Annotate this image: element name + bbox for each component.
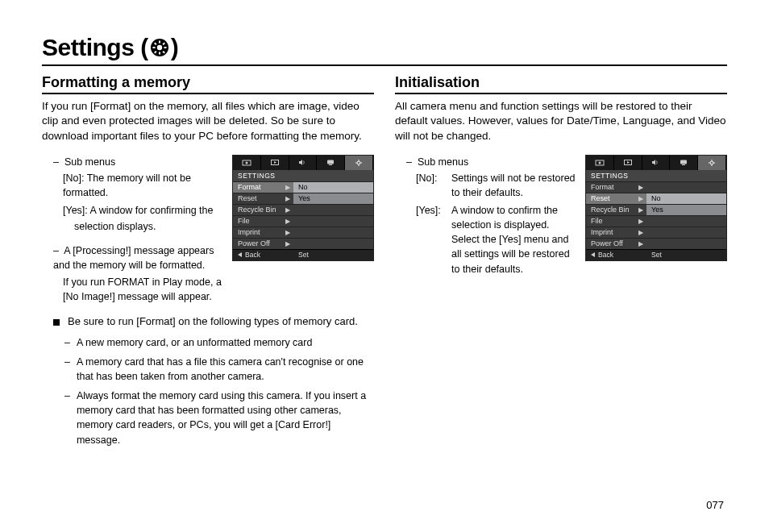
lcd-tabs xyxy=(233,156,373,170)
lcd-tabs-2 xyxy=(586,156,726,170)
back-arrow-icon xyxy=(591,252,595,257)
lcd-row-recycle-2: Recycle Bin▶Yes xyxy=(586,204,726,215)
yes-text: A window to confirm the selection is dis… xyxy=(451,203,579,276)
dash-item-1: A new memory card, or an unformatted mem… xyxy=(77,335,312,350)
section-heading-format: Formatting a memory xyxy=(42,74,374,94)
svg-point-29 xyxy=(710,161,713,164)
intro-init: All camera menu and function settings wi… xyxy=(395,99,727,143)
lcd-row-file: File▶ xyxy=(233,215,373,227)
page-number: 077 xyxy=(706,499,724,511)
svg-point-17 xyxy=(357,161,360,164)
lcd-tab-settings-icon xyxy=(345,156,373,170)
lcd-row-reset: Reset▶Yes xyxy=(233,193,373,204)
lcd-row-file-2: File▶ xyxy=(586,215,726,227)
dash-item-3: Always format the memory card using this… xyxy=(77,389,374,447)
submenu-block-right: – Sub menus [No]:Settings will not be re… xyxy=(395,155,727,276)
lcd-title-2: SETTINGS xyxy=(586,170,726,181)
right-column: Initialisation All camera menu and funct… xyxy=(395,74,727,452)
svg-rect-4 xyxy=(152,47,155,48)
page-title-row: Settings () xyxy=(42,34,727,66)
lcd-tab-settings-icon xyxy=(698,156,726,170)
dash-item-2: A memory card that has a file this camer… xyxy=(77,355,374,384)
dash-list: –A new memory card, or an unformatted me… xyxy=(64,335,374,447)
section-heading-init: Initialisation xyxy=(395,74,727,94)
submenu-no: [No]: The memory will not be formatted. xyxy=(63,172,191,198)
lcd-footer: BackSet xyxy=(233,249,373,260)
square-bullet-icon xyxy=(53,319,60,326)
gear-icon xyxy=(150,35,169,63)
no-label: [No]: xyxy=(416,171,451,200)
svg-marker-26 xyxy=(652,160,655,165)
lcd-tab-sound-icon xyxy=(289,156,318,170)
content-columns: Formatting a memory If you run [Format] … xyxy=(42,74,727,452)
intro-format: If you run [Format] on the memory, all f… xyxy=(42,99,374,143)
lcd-row-recycle: Recycle Bin▶ xyxy=(233,204,373,215)
lcd-tab-sound-icon xyxy=(642,156,671,170)
svg-marker-13 xyxy=(274,161,276,164)
svg-point-11 xyxy=(245,162,247,164)
title-text-suffix: ) xyxy=(171,34,179,60)
submenu-block-left: – Sub menus [No]: The memory will not be… xyxy=(42,155,374,305)
svg-rect-28 xyxy=(682,164,685,165)
svg-rect-2 xyxy=(159,41,160,44)
svg-marker-25 xyxy=(627,161,630,164)
back-arrow-icon xyxy=(238,252,242,257)
lcd-tab-play-icon xyxy=(261,156,289,170)
yes-label: [Yes]: xyxy=(416,203,451,276)
submenu-label: Sub menus xyxy=(64,156,115,168)
lcd-row-poweroff: Power Off▶ xyxy=(233,238,373,249)
lcd-tab-camera-icon xyxy=(586,156,614,170)
lcd-tab-camera-icon xyxy=(233,156,261,170)
lcd-tab-display-icon xyxy=(317,156,345,170)
svg-point-1 xyxy=(156,45,161,50)
svg-rect-15 xyxy=(327,160,334,164)
lcd-tab-display-icon xyxy=(670,156,698,170)
manual-page: Settings () Formatting a memory If you r… xyxy=(0,0,769,532)
lcd-row-format-2: Format▶ xyxy=(586,181,726,193)
bullet-lead-text: Be sure to run [Format] on the following… xyxy=(68,315,358,327)
lcd-row-imprint: Imprint▶ xyxy=(233,227,373,238)
submenu-label-r: Sub menus xyxy=(418,156,468,168)
svg-rect-16 xyxy=(329,164,332,165)
processing-note: A [Processing!] message appears and the … xyxy=(53,245,214,271)
lcd-tab-play-icon xyxy=(614,156,642,170)
lcd-row-reset-2: Reset▶No xyxy=(586,193,726,204)
camera-lcd-init: SETTINGS Format▶ Reset▶No Recycle Bin▶Ye… xyxy=(585,155,727,261)
lcd-row-poweroff-2: Power Off▶ xyxy=(586,238,726,249)
submenu-text-left: – Sub menus [No]: The memory will not be… xyxy=(42,155,226,305)
svg-rect-27 xyxy=(680,160,687,164)
submenu-text-right: – Sub menus [No]:Settings will not be re… xyxy=(395,155,579,276)
svg-marker-14 xyxy=(299,160,302,165)
svg-rect-5 xyxy=(164,47,166,48)
no-text: Settings will not be restored to their d… xyxy=(451,171,579,200)
bullet-lead-row: Be sure to run [Format] on the following… xyxy=(53,315,374,327)
left-column: Formatting a memory If you run [Format] … xyxy=(42,74,374,452)
noimage-note: If you run FORMAT in Play mode, a [No Im… xyxy=(63,276,222,302)
lcd-title: SETTINGS xyxy=(233,170,373,181)
title-text-prefix: Settings ( xyxy=(42,34,148,60)
lcd-row-imprint-2: Imprint▶ xyxy=(586,227,726,238)
svg-point-23 xyxy=(598,162,601,164)
lcd-row-format: Format▶No xyxy=(233,181,373,193)
page-title: Settings () xyxy=(42,34,178,63)
svg-rect-3 xyxy=(159,52,160,55)
camera-lcd-format: SETTINGS Format▶No Reset▶Yes Recycle Bin… xyxy=(232,155,374,261)
lcd-footer-2: BackSet xyxy=(586,249,726,260)
